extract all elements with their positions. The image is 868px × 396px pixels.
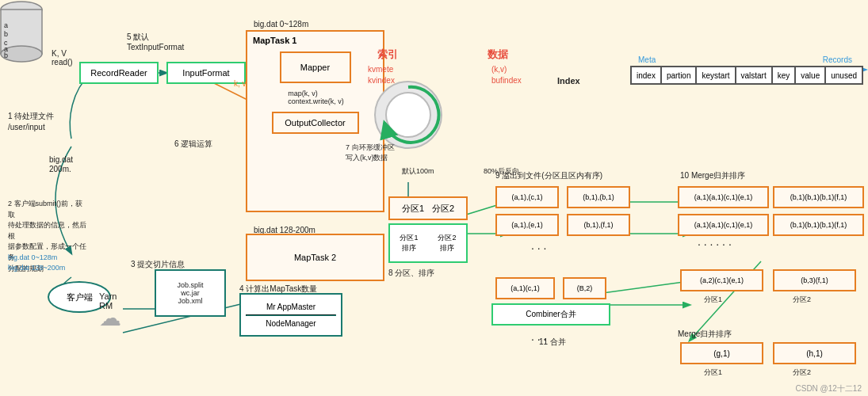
node-manager: NodeManager (266, 318, 315, 329)
svg-line-9 (602, 281, 690, 293)
merge-result2-box: (b,1)(b,1)(b,1)(f,1) (773, 186, 864, 208)
mapper-box: Mapper (280, 51, 351, 83)
maptask1-box: MapTask 1 Mapper map(k, v) context.write… (246, 30, 384, 212)
merge-result1-box: (a,1)(a,1)(c,1)(e,1) (678, 186, 769, 208)
meta-cells-container: index partion keystart valstart key valu… (630, 66, 863, 85)
file-details: big.dat 200m. (49, 154, 73, 173)
logic-compute-label: 6 逻辑运算 (174, 139, 212, 150)
bigdat1-label: big.dat 0~128m (254, 20, 308, 29)
spill-data1-box: (a,1),(c,1) (495, 186, 559, 208)
partition1-label: 分区1 (402, 203, 424, 215)
split-label: 3 提交切片信息 (131, 259, 185, 270)
spill-data3-box: (a,1),(e,1) (495, 214, 559, 236)
meta-cell-keystart: keystart (696, 67, 735, 84)
cloud-icon: ☁ (99, 305, 121, 331)
partition1-label2: 分区1 (704, 295, 722, 305)
partition-sort-info: 8 分区、排序 (388, 268, 434, 279)
maptask2-label: MapTask 2 (294, 253, 336, 262)
meta-cell-partion: partion (661, 67, 697, 84)
meta-records-bar: Meta Records index partion keystart vals… (630, 55, 863, 85)
kvindex-label: kvindex (368, 76, 395, 85)
partition2-label3: 分区2 (793, 367, 811, 378)
svg-text:b: b (4, 30, 8, 38)
final-result2-box: (h,1) (773, 342, 856, 364)
spill-label: 9 溢出到文件(分区且区内有序) (495, 170, 602, 181)
default100m-label: 默认100m (402, 166, 434, 177)
record-reader-box: RecordReader (79, 62, 159, 84)
kv-arrow-label: k, v (234, 79, 247, 88)
mapper-label: Mapper (300, 63, 330, 72)
footer: CSDN @12十二12 (795, 383, 862, 394)
file-label: 1 待处理文件 /user/input (8, 111, 54, 131)
index-label: 索引 (377, 48, 398, 62)
combiner-box: Combiner合并 (491, 303, 610, 326)
combine-result1-box: (a,2)(c,1)(e,1) (680, 269, 763, 291)
partition1-sort-label: 分区1 排序 (400, 233, 418, 253)
final-data2: (h,1) (806, 349, 823, 358)
spill-data2: (b,1),(b,1) (583, 193, 614, 201)
svg-text:a: a (4, 21, 8, 29)
index-detected: Index (557, 76, 580, 86)
combine-result2: (b,3)(f,1) (801, 276, 828, 284)
submit-info: 2 客户端submit()前，获取 待处理数据的信息，然后根 据参数配置，形成一… (8, 198, 87, 273)
spill-data4: (b,1),(f,1) (583, 221, 613, 229)
partition2-label: 分区2 (432, 203, 454, 215)
combiner-label: Combiner合并 (526, 309, 575, 320)
record-reader-label: RecordReader (90, 68, 147, 78)
outputcollector-box: OutputCollector (272, 112, 359, 134)
default-textinputformat: 5 默认 TextInputFormat (127, 32, 184, 51)
partition2-label2: 分区2 (793, 295, 811, 305)
maptask1-label: MapTask 1 (251, 36, 379, 45)
combine-result2-box: (b,3)(f,1) (773, 269, 856, 291)
mapkv-label: map(k, v) context.write(k, v) (286, 89, 344, 105)
spill-data1: (a,1),(c,1) (511, 193, 542, 201)
spill-data4-box: (b,1),(f,1) (567, 214, 630, 236)
dots1: · · · (531, 242, 546, 254)
meta-cell-index: index (631, 67, 661, 84)
merge-data3: (a,1)(a,1)(c,1)(e,1) (694, 221, 753, 229)
combine-input2-box: (B,2) (563, 277, 606, 299)
meta-cell-value: value (795, 67, 825, 84)
final-result1-box: (g,1) (680, 342, 763, 364)
partition1-label3: 分区1 (704, 367, 722, 378)
kv-read-label: K, V read() (52, 49, 73, 67)
partition2-sort-label: 分区2 排序 (438, 233, 456, 253)
dots2: · · · (531, 333, 546, 345)
file-ref2: big.dat 128~200m (8, 264, 65, 272)
merge-label: 10 Merge归并排序 (680, 170, 745, 181)
partition-sort-box: 分区1 排序 分区2 排序 (388, 223, 468, 263)
client-label: 客户端 (67, 291, 93, 303)
combine-input1-box: (a,1)(c,1) (495, 277, 555, 299)
maptask2-box: MapTask 2 (246, 234, 384, 281)
combine-data1: (a,1)(c,1) (510, 284, 540, 292)
merge-result3-box: (a,1)(a,1)(c,1)(e,1) (678, 214, 769, 236)
bufindex-label: bufindex (491, 76, 522, 85)
merge-result4-box: (b,1)(b,1)(b,1)(f,1) (773, 214, 864, 236)
svg-point-30 (386, 93, 430, 137)
combine-result1: (a,2)(c,1)(e,1) (700, 276, 744, 284)
dots3: · · · · · · (698, 238, 732, 250)
merge-data2: (b,1)(b,1)(b,1)(f,1) (790, 193, 847, 201)
spill-data2-box: (b,1),(b,1) (567, 186, 630, 208)
outputcollector-label: OutputCollector (285, 118, 345, 128)
meta-cell-valstart: valstart (736, 67, 772, 84)
kv2-label: (k,v) (491, 65, 507, 74)
inputformat-label: InputFormat (182, 68, 229, 78)
final-data1: (g,1) (713, 349, 730, 358)
combine-data2: (B,2) (577, 284, 593, 292)
mergesort2-label: Merge归并排序 (678, 329, 732, 340)
file-ref1: big.dat 0~128m (8, 253, 57, 261)
meta-cell-unused: unused (825, 67, 862, 84)
split-info-box: Job.split wc.jar Job.xml (155, 269, 226, 317)
merge-data4: (b,1)(b,1)(b,1)(f,1) (790, 221, 847, 229)
write-buffer-label: 7 向环形缓冲区 写入(k,v)数据 (346, 135, 395, 163)
partition-row1-box: 分区1 分区2 (388, 196, 468, 220)
kvmete-label: kvmete (368, 65, 393, 74)
mr-appmaster: Mr AppMaster (266, 301, 315, 313)
meta-cell-key: key (772, 67, 796, 84)
job-split-content: Job.split wc.jar Job.xml (177, 281, 203, 305)
meta-label: Meta (638, 55, 656, 64)
spill-data3: (a,1),(e,1) (511, 221, 543, 229)
appmaster-box: Mr AppMaster NodeManager (239, 293, 342, 337)
data-label: 数据 (488, 48, 508, 62)
